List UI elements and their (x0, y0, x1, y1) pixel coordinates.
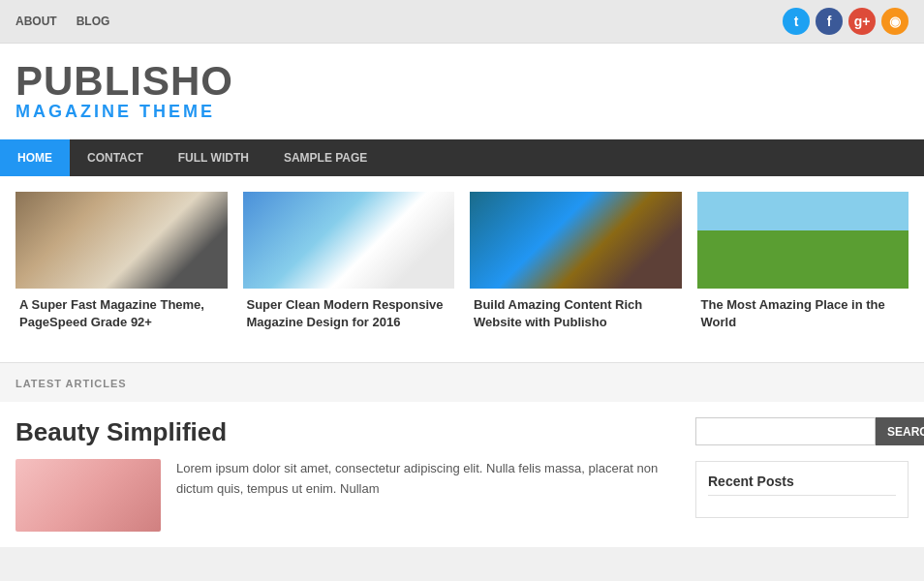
featured-image-1 (15, 192, 228, 289)
nav-contact[interactable]: CONTACT (70, 139, 161, 176)
rss-icon[interactable]: ◉ (881, 8, 909, 35)
search-box: SEARCH (695, 417, 909, 445)
featured-title-1: A Super Fast Magazine Theme, PageSpeed G… (15, 289, 228, 339)
recent-posts-widget: Recent Posts (695, 461, 909, 518)
latest-articles-section: LATEST ARTICLES (0, 362, 924, 402)
about-link[interactable]: ABOUT (15, 15, 57, 28)
twitter-icon[interactable]: t (783, 8, 810, 35)
content-bottom: Beauty Simplified Lorem ipsum dolor sit … (15, 402, 909, 532)
main-column: Beauty Simplified Lorem ipsum dolor sit … (15, 417, 676, 532)
main-wrapper: A Super Fast Magazine Theme, PageSpeed G… (0, 176, 924, 547)
featured-card-3[interactable]: Build Amazing Content Rich Website with … (470, 192, 682, 339)
blog-link[interactable]: BLOG (77, 15, 110, 28)
featured-card-1[interactable]: A Super Fast Magazine Theme, PageSpeed G… (15, 192, 228, 339)
social-icons: t f g+ ◉ (783, 8, 909, 35)
featured-card-2[interactable]: Super Clean Modern Responsive Magazine D… (243, 192, 455, 339)
featured-title-4: The Most Amazing Place in the World (697, 289, 909, 339)
latest-articles-label: LATEST ARTICLES (15, 378, 127, 389)
featured-image-2 (243, 192, 455, 289)
featured-image-3 (470, 192, 682, 289)
search-button[interactable]: SEARCH (876, 417, 924, 445)
featured-title-2: Super Clean Modern Responsive Magazine D… (243, 289, 455, 339)
nav-bar: HOME CONTACT FULL WIDTH SAMPLE PAGE (0, 139, 924, 176)
article-excerpt: Lorem ipsum dolor sit amet, consectetur … (176, 459, 676, 500)
nav-sample-page[interactable]: SAMPLE PAGE (266, 139, 385, 176)
nav-full-width[interactable]: FULL WIDTH (161, 139, 266, 176)
googleplus-icon[interactable]: g+ (848, 8, 876, 35)
facebook-icon[interactable]: f (816, 8, 843, 35)
nav-home[interactable]: HOME (0, 139, 70, 176)
top-bar-links: ABOUT BLOG (15, 15, 109, 28)
article-thumbnail (15, 459, 161, 532)
featured-image-4 (697, 192, 909, 289)
search-input[interactable] (695, 417, 876, 445)
article-title[interactable]: Beauty Simplified (15, 417, 676, 447)
logo-title: PUBLISHO (15, 61, 909, 102)
featured-title-3: Build Amazing Content Rich Website with … (470, 289, 682, 339)
article-body: Lorem ipsum dolor sit amet, consectetur … (15, 459, 676, 532)
recent-posts-title: Recent Posts (708, 474, 896, 496)
sidebar-column: SEARCH Recent Posts (695, 417, 909, 532)
logo-subtitle: MAGAZINE THEME (15, 102, 909, 122)
top-bar: ABOUT BLOG t f g+ ◉ (0, 0, 924, 44)
featured-card-4[interactable]: The Most Amazing Place in the World (697, 192, 909, 339)
featured-grid: A Super Fast Magazine Theme, PageSpeed G… (15, 192, 909, 339)
logo-area: PUBLISHO MAGAZINE THEME (0, 44, 924, 139)
